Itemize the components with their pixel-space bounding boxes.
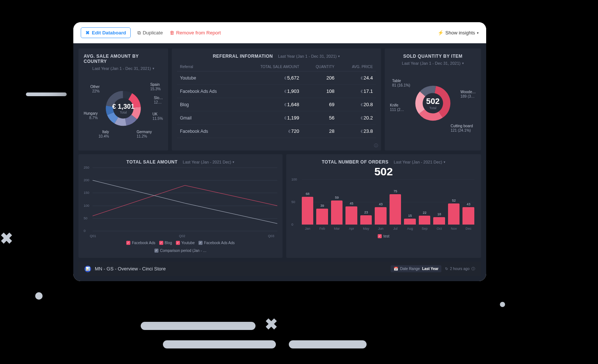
checkbox-icon: ✓ xyxy=(154,249,158,253)
period-selector[interactable]: Last Year (Jan 1 - Dec 31, 2021) ▾ xyxy=(84,66,163,71)
cell-avg: €20.2 xyxy=(337,111,376,125)
period-label: Last Year (Jan 1 - Dec 31, 2021) xyxy=(92,66,151,71)
bar-column: 15Aug xyxy=(404,214,416,225)
period-selector[interactable]: Last Year (Jan - 2021 Dec) ▾ xyxy=(183,160,235,164)
y-tick: 50 xyxy=(291,200,295,204)
bar-label: Dec xyxy=(465,227,471,230)
cell-name: Gmail xyxy=(177,111,238,125)
col-quantity: QUANTITY xyxy=(302,63,337,71)
cell-name: Facebook Ads Ads xyxy=(177,85,238,98)
bar xyxy=(390,194,401,225)
legend-item[interactable]: ✓Facebook Ads Ads xyxy=(198,241,235,245)
bar-column: 18Oct xyxy=(433,212,445,225)
bar-label: Mar xyxy=(334,227,340,230)
bg-decoration: ✖ xyxy=(265,315,278,333)
x-tick: Q03 xyxy=(268,234,274,238)
checkbox-icon: ✓ xyxy=(176,241,180,245)
table-row[interactable]: Youtube€5,672206€24.4 xyxy=(177,71,376,85)
info-icon[interactable]: ⓘ xyxy=(471,266,475,272)
card-total-number-of-orders[interactable]: TOTAL NUMBER OF ORDERS Last Year (Jan - … xyxy=(286,154,481,258)
card-total-sale-amount[interactable]: TOTAL SALE AMOUNT Last Year (Jan - 2021 … xyxy=(78,154,283,258)
donut-total-label: Total xyxy=(426,106,440,110)
bg-decoration xyxy=(35,292,43,300)
chevron-down-icon: ▾ xyxy=(444,160,445,164)
period-selector[interactable]: Last Year (Jan 1 - Dec 31, 2021) ▾ xyxy=(390,61,476,65)
y-tick: 100 xyxy=(84,204,89,208)
x-tick: Q02 xyxy=(179,234,185,238)
card-title: TOTAL SALE AMOUNT xyxy=(127,159,178,165)
info-icon[interactable]: ⓘ xyxy=(374,143,378,148)
edit-databoard-button[interactable]: ✖ Edit Databoard xyxy=(81,27,131,38)
bar-value: 22 xyxy=(423,211,427,215)
period-selector[interactable]: Last Year (Jan 1 - Dec 31, 2021) ▾ xyxy=(278,54,340,58)
cell-qty: 69 xyxy=(302,98,337,111)
checkbox-icon: ✓ xyxy=(159,241,163,245)
legend-item[interactable]: ✓Youtube xyxy=(176,241,195,245)
cell-total: €1,648 xyxy=(238,98,302,111)
bar xyxy=(331,200,343,225)
chevron-down-icon: ▾ xyxy=(462,61,464,65)
trash-icon: 🗑 xyxy=(170,30,174,36)
legend: ✓Facebook Ads ✓Blog ✓Youtube ✓Facebook A… xyxy=(84,241,277,253)
refresh-icon: ↻ xyxy=(445,267,448,271)
checkbox-icon: ✓ xyxy=(126,241,130,245)
cell-total: €5,672 xyxy=(238,71,302,85)
card-sold-quantity-by-item[interactable]: SOLD QUANTITY BY ITEM Last Year (Jan 1 -… xyxy=(385,48,481,151)
duplicate-label: Duplicate xyxy=(143,30,163,36)
remove-from-report-button[interactable]: 🗑 Remove from Report xyxy=(170,30,221,36)
bar-column: 68Jan xyxy=(302,192,314,225)
bar-value: 68 xyxy=(306,192,310,196)
total-orders-value: 502 xyxy=(291,165,476,178)
legend-item[interactable]: ✓Blog xyxy=(159,241,172,245)
date-range-selector[interactable]: 📅 Date Range Last Year xyxy=(391,265,442,272)
duplicate-button[interactable]: ⧉ Duplicate xyxy=(137,30,163,36)
bar-value: 45 xyxy=(350,202,353,205)
legend-item[interactable]: ✓Comparison period (Jan - … xyxy=(84,249,277,253)
bar-column: 43Jun xyxy=(375,202,387,225)
cell-qty: 28 xyxy=(302,125,337,138)
table-row[interactable]: Blog€1,64869€20.8 xyxy=(177,98,376,111)
card-title: AVG. SALE AMOUNT BY COUNTRY xyxy=(84,54,163,64)
gridline xyxy=(302,179,474,180)
table-row[interactable]: Facebook Ads Ads€1,903108€17.1 xyxy=(177,85,376,98)
card-title: REFERRAL INFORMATION xyxy=(213,54,273,59)
card-avg-sale-by-country[interactable]: AVG. SALE AMOUNT BY COUNTRY Last Year (J… xyxy=(78,48,168,151)
legend: ✓test xyxy=(291,234,476,238)
bar-label: Jan xyxy=(305,227,310,230)
bg-decoration xyxy=(289,340,367,348)
chevron-down-icon: ▾ xyxy=(338,54,340,58)
bg-decoration xyxy=(26,92,67,96)
period-label: Last Year (Jan - 2021 Dec) xyxy=(394,160,442,164)
period-selector[interactable]: Last Year (Jan - 2021 Dec) ▾ xyxy=(394,160,445,164)
dashboard: AVG. SALE AMOUNT BY COUNTRY Last Year (J… xyxy=(73,43,486,281)
legend-item[interactable]: ✓test xyxy=(378,234,389,238)
bar-label: Feb xyxy=(319,227,325,230)
bar xyxy=(404,219,416,225)
bar xyxy=(360,215,372,225)
table-row[interactable]: Gmail€1,19956€20.2 xyxy=(177,111,376,125)
legend-item[interactable]: ✓Facebook Ads xyxy=(126,241,155,245)
cell-avg: €17.1 xyxy=(337,85,376,98)
dashboard-footer: 📊 MN - GS - Overview - Cinci Store 📅 Dat… xyxy=(78,262,481,276)
bar-value: 59 xyxy=(335,196,339,199)
cell-name: Youtube xyxy=(177,71,238,85)
bar-label: Jun xyxy=(378,227,384,230)
bar-label: Jul xyxy=(393,227,398,230)
show-insights-label: Show insights xyxy=(445,30,475,36)
show-insights-button[interactable]: ⚡ Show insights ▾ xyxy=(438,30,479,36)
bar-value: 43 xyxy=(379,202,382,206)
toolbar: ✖ Edit Databoard ⧉ Duplicate 🗑 Remove fr… xyxy=(73,22,486,43)
bar xyxy=(433,217,445,225)
line-chart: 050100150200250Q01Q02Q03 xyxy=(84,168,277,238)
dashboard-title: MN - GS - Overview - Cinci Store xyxy=(95,266,166,272)
bar-label: Aug xyxy=(407,227,413,230)
card-referral-information[interactable]: REFERRAL INFORMATION Last Year (Jan 1 - … xyxy=(172,48,381,151)
col-avg-price: AVG. PRICE xyxy=(337,63,376,71)
bar-value: 15 xyxy=(408,214,412,218)
cell-name: Facebook Ads xyxy=(177,125,238,138)
card-title: SOLD QUANTITY BY ITEM xyxy=(403,54,462,59)
bg-decoration xyxy=(500,302,505,307)
table-row[interactable]: Facebook Ads€72028€23.8 xyxy=(177,125,376,138)
period-label: Last Year (Jan - 2021 Dec) xyxy=(183,160,231,164)
bar-column: 43Dec xyxy=(462,202,474,225)
